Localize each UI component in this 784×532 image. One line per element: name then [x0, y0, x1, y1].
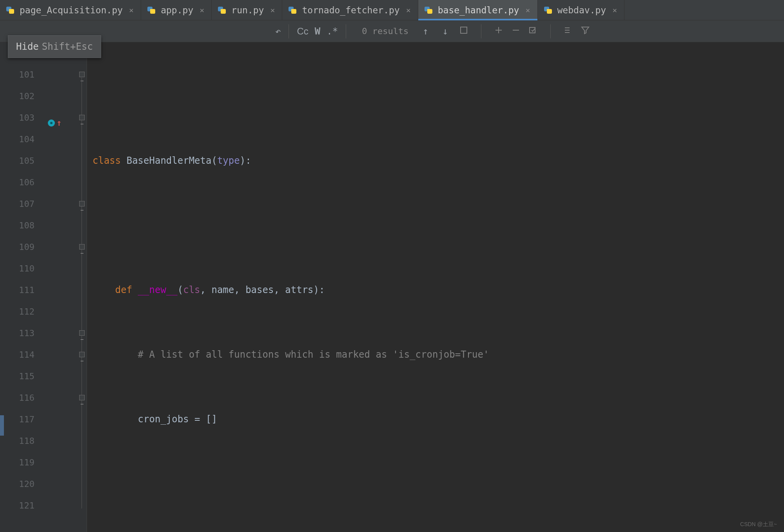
code-area[interactable]: class BaseHandlerMeta(type): def __new__…	[87, 42, 784, 532]
line-number: 117	[0, 409, 34, 430]
line-number: 110	[0, 258, 34, 279]
fold-toggle-icon[interactable]	[79, 115, 85, 120]
tooltip-shortcut: Shift+Esc	[42, 41, 93, 52]
results-count: 0 results	[362, 26, 408, 36]
tab-label: page_Acquisition.py	[20, 5, 123, 15]
select-matches-icon[interactable]	[528, 25, 538, 37]
line-number: 111	[0, 279, 34, 301]
tab-webdav[interactable]: webdav.py×	[538, 0, 625, 20]
svg-rect-1	[530, 27, 535, 33]
next-match-icon[interactable]: ↓	[439, 24, 451, 38]
marker-gutter: ↑	[43, 42, 78, 532]
svg-rect-0	[461, 27, 467, 33]
line-number: 109	[0, 236, 34, 258]
line-number: 119	[0, 452, 34, 473]
prev-search-icon[interactable]: ↶	[272, 24, 284, 38]
hide-tooltip: HideShift+Esc	[8, 35, 101, 58]
line-number: 120	[0, 473, 34, 495]
python-file-icon	[217, 5, 227, 15]
line-number: 102	[0, 85, 34, 107]
fold-toggle-icon[interactable]	[79, 201, 85, 206]
fold-toggle-icon[interactable]	[79, 244, 85, 250]
line-number: 108	[0, 215, 34, 236]
line-number: 121	[0, 495, 34, 516]
tab-app[interactable]: app.py×	[141, 0, 212, 20]
remove-selection-icon[interactable]	[511, 25, 521, 37]
tab-tornado-fetcher[interactable]: tornado_fetcher.py×	[282, 0, 418, 20]
line-number: 103	[0, 107, 34, 128]
line-number: 113	[0, 322, 34, 344]
tab-run[interactable]: run.py×	[212, 0, 282, 20]
line-number: 106	[0, 172, 34, 193]
close-icon[interactable]: ×	[129, 5, 134, 15]
override-marker-icon[interactable]: ↑	[48, 112, 62, 134]
close-icon[interactable]: ×	[525, 5, 530, 15]
tab-label: run.py	[231, 5, 264, 15]
prev-match-icon[interactable]: ↑	[419, 24, 431, 38]
python-file-icon	[5, 5, 15, 15]
line-number: 115	[0, 366, 34, 387]
line-number: 116	[0, 387, 34, 409]
show-options-icon[interactable]	[563, 25, 573, 37]
fold-gutter	[78, 42, 87, 532]
whole-word-button[interactable]: W	[312, 24, 323, 38]
add-selection-icon[interactable]	[494, 25, 503, 37]
line-number: 101	[0, 64, 34, 85]
fold-toggle-icon[interactable]	[79, 352, 85, 357]
select-all-icon[interactable]	[459, 25, 468, 37]
close-icon[interactable]: ×	[612, 5, 617, 15]
line-number: 105	[0, 150, 34, 172]
line-number-gutter: 1001011021031041051061071081091101111121…	[0, 42, 43, 532]
watermark: CSDN @土豆~	[740, 521, 777, 528]
fold-toggle-icon[interactable]	[79, 72, 85, 77]
tab-label: base_handler.py	[438, 5, 519, 15]
match-case-button[interactable]: Cc	[294, 24, 311, 38]
tab-base-handler[interactable]: base_handler.py×	[418, 0, 538, 20]
close-icon[interactable]: ×	[270, 5, 275, 15]
line-number: 104	[0, 128, 34, 150]
find-toolbar: ↶ Cc W .* 0 results ↑ ↓	[0, 20, 784, 42]
close-icon[interactable]: ×	[406, 5, 411, 15]
close-icon[interactable]: ×	[200, 5, 204, 15]
fold-toggle-icon[interactable]	[79, 330, 85, 336]
python-file-icon	[424, 5, 433, 15]
fold-toggle-icon[interactable]	[79, 395, 85, 400]
line-number: 118	[0, 430, 34, 452]
line-number: 112	[0, 301, 34, 322]
python-file-icon	[288, 5, 297, 15]
code-editor[interactable]: 1001011021031041051061071081091101111121…	[0, 42, 784, 532]
tooltip-label: Hide	[16, 41, 39, 52]
line-number: 114	[0, 344, 34, 366]
tab-label: webdav.py	[557, 5, 606, 15]
python-file-icon	[147, 5, 156, 15]
tab-page-acquisition[interactable]: page_Acquisition.py×	[0, 0, 141, 20]
filter-icon[interactable]	[581, 25, 590, 37]
tab-label: app.py	[161, 5, 193, 15]
tab-bar: page_Acquisition.py× app.py× run.py× tor…	[0, 0, 784, 20]
regex-button[interactable]: .*	[323, 24, 341, 38]
accent-strip	[0, 415, 4, 436]
tab-label: tornado_fetcher.py	[302, 5, 399, 15]
line-number: 107	[0, 193, 34, 215]
python-file-icon	[543, 5, 553, 15]
